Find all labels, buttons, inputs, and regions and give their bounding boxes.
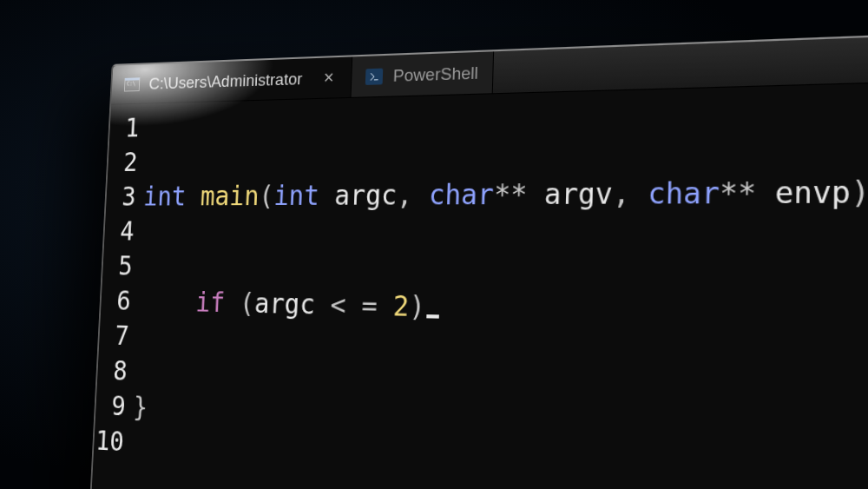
text-cursor	[426, 314, 439, 319]
line-number: 4	[104, 215, 135, 249]
code-line: }	[133, 389, 868, 466]
code-line: if (argc < = 2)	[138, 284, 868, 340]
close-icon[interactable]: ✕	[319, 68, 338, 88]
terminal-window: C:\Users\Administrator ✕ PowerShell ✕	[88, 31, 868, 489]
line-number: 6	[101, 283, 132, 319]
powershell-icon	[365, 68, 383, 84]
line-number: 1	[109, 111, 141, 146]
line-number: 8	[97, 353, 128, 389]
code-line: int main(int argc, char** argv, char** e…	[142, 171, 868, 214]
line-number: 2	[108, 145, 139, 180]
line-number: 10	[94, 423, 125, 460]
cmd-icon	[124, 76, 141, 92]
tab-cmd[interactable]: C:\Users\Administrator ✕	[111, 56, 352, 103]
line-number: 3	[106, 180, 137, 215]
code-editor[interactable]: 1 2 3 4 5 6 7 8 9 10 int main(int argc, …	[89, 80, 868, 489]
line-number: 7	[99, 318, 130, 354]
code-area[interactable]: int main(int argc, char** argv, char** e…	[127, 87, 868, 489]
tab-label: C:\Users\Administrator	[148, 69, 303, 93]
tab-label: PowerShell	[393, 63, 479, 85]
line-number: 9	[95, 387, 127, 424]
tab-powershell[interactable]: PowerShell	[352, 51, 495, 97]
line-number: 5	[102, 248, 134, 283]
